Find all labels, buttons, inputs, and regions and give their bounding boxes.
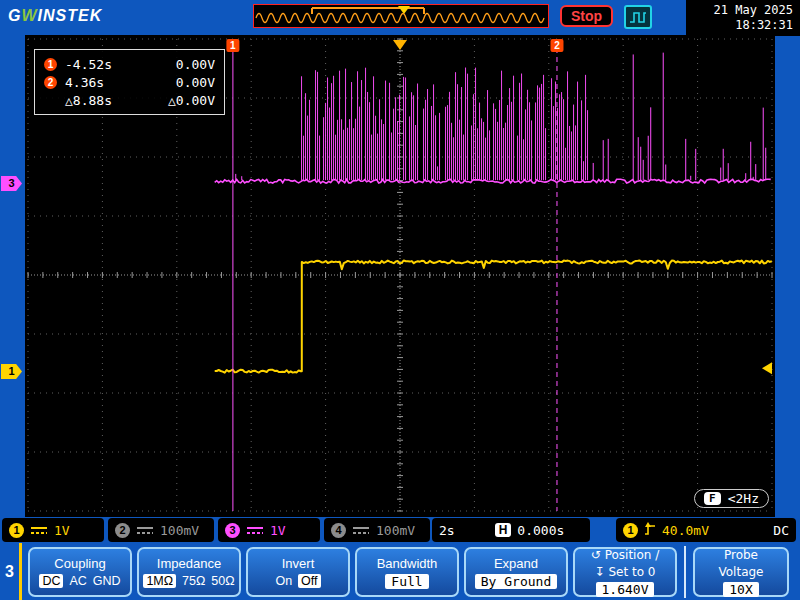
ch1-badge: 1 (9, 523, 24, 538)
soft-menu-bar: 3 Coupling DC AC GND Impedance 1MΩ 75Ω 5… (0, 543, 800, 600)
cursor2-readout-row: 2 4.36s 0.00V (44, 73, 215, 91)
ch3-scale: 1V (270, 523, 286, 538)
ch2-coupling-icon (136, 523, 154, 538)
menu-coupling-button[interactable]: Coupling DC AC GND (28, 547, 132, 597)
coupling-option-gnd: GND (93, 574, 121, 588)
invert-options: On Off (275, 574, 320, 588)
cursor1-time: -4.52s (65, 57, 151, 72)
menu-impedance-button[interactable]: Impedance 1MΩ 75Ω 50Ω (137, 547, 241, 597)
cursor-readout-panel: 1 -4.52s 0.00V 2 4.36s 0.00V △8.88s △0.0… (34, 49, 225, 115)
ch2-status: 2 100mV (108, 518, 214, 542)
ch4-coupling-icon (352, 523, 370, 538)
trigger-level: 40.0mV (662, 523, 709, 538)
delta-volt: △0.00V (151, 93, 215, 108)
trigger-type-badge (624, 5, 652, 29)
ch2-scale: 100mV (160, 523, 199, 538)
set-to-zero-icon: ↧ (595, 565, 605, 579)
brand-logo: GWINSTEK (8, 7, 102, 25)
cursor1-marker-icon: 1 (44, 58, 57, 71)
acquisition-preview (253, 4, 549, 28)
run-stop-status: Stop (560, 5, 613, 27)
menu-channel-page-label: 3 (0, 543, 22, 600)
svg-text:1: 1 (230, 40, 236, 51)
cursor-delta-row: △8.88s △0.00V (44, 91, 215, 109)
menu-divider (684, 546, 686, 598)
ch1-status: 1 1V (2, 518, 104, 542)
cursor1-volt: 0.00V (151, 57, 215, 72)
ch4-badge: 4 (331, 523, 346, 538)
logo-g: G (8, 7, 21, 24)
oscilloscope-screen: GWINSTEK Stop 21 May 2025 18:32:31 12 (0, 0, 800, 600)
menu-position-button[interactable]: ↺ Position / ↧ Set to 0 1.640V (573, 547, 677, 597)
impedance-title: Impedance (157, 556, 221, 571)
ch3-position-marker: 3 (1, 176, 22, 191)
ch1-position-marker: 1 (1, 364, 22, 379)
ch2-badge: 2 (115, 523, 130, 538)
logo-rest: INSTEK (38, 7, 103, 24)
coupling-options: DC AC GND (39, 574, 120, 588)
impedance-option-50: 50Ω (211, 574, 234, 588)
ch1-coupling-icon (30, 523, 48, 538)
cursor2-marker-icon: 2 (44, 76, 57, 89)
invert-option-off: Off (298, 574, 320, 588)
cursor1-readout-row: 1 -4.52s 0.00V (44, 55, 215, 73)
ch4-scale: 100mV (376, 523, 415, 538)
rising-edge-icon (644, 521, 656, 540)
menu-expand-button[interactable]: Expand By Ground (464, 547, 568, 597)
svg-text:2: 2 (554, 40, 560, 51)
menu-probe-voltage-button[interactable]: Probe Voltage 10X (693, 547, 789, 597)
ch3-coupling-icon (246, 523, 264, 538)
invert-title: Invert (282, 556, 315, 571)
cursor2-volt: 0.00V (151, 75, 215, 90)
expand-value: By Ground (475, 574, 557, 589)
datetime-display: 21 May 2025 18:32:31 (686, 0, 800, 36)
coupling-option-dc: DC (39, 574, 63, 588)
position-line2: ↧ Set to 0 (595, 565, 656, 579)
rotate-knob-icon: ↺ (591, 548, 601, 562)
frequency-readout: F <2Hz (694, 489, 769, 508)
ch3-status: 3 1V (218, 518, 320, 542)
timebase-status: 2s H 0.000s (432, 518, 590, 542)
ch3-badge: 3 (225, 523, 240, 538)
trigger-source-badge: 1 (623, 523, 638, 538)
preview-waveform-icon (254, 5, 548, 27)
menu-invert-button[interactable]: Invert On Off (246, 547, 350, 597)
invert-option-on: On (275, 574, 292, 588)
date-text: 21 May 2025 (693, 3, 793, 18)
probe-value: 10X (723, 582, 758, 597)
top-bar: GWINSTEK Stop 21 May 2025 18:32:31 (0, 0, 800, 34)
expand-title: Expand (494, 556, 538, 571)
waveform-display: 12 1 -4.52s 0.00V 2 4.36s 0.00V △8.88s △… (25, 35, 775, 517)
delta-time: △8.88s (65, 93, 151, 108)
bandwidth-title: Bandwidth (377, 556, 438, 571)
frequency-value: <2Hz (728, 491, 759, 506)
impedance-option-1m: 1MΩ (143, 574, 176, 588)
impedance-options: 1MΩ 75Ω 50Ω (143, 574, 234, 588)
trigger-coupling: DC (773, 523, 789, 538)
cursor2-time: 4.36s (65, 75, 151, 90)
frequency-badge-icon: F (704, 492, 721, 505)
position-value: 1.640V (596, 582, 655, 597)
trigger-status: 1 40.0mV DC (616, 518, 796, 542)
time-text: 18:32:31 (693, 18, 793, 33)
pulse-wave-icon (628, 9, 648, 25)
logo-w: W (21, 7, 37, 24)
coupling-option-ac: AC (69, 574, 86, 588)
probe-title-line1: Probe (724, 548, 758, 562)
coupling-title: Coupling (54, 556, 105, 571)
probe-title-line2: Voltage (718, 565, 763, 579)
ch1-scale: 1V (54, 523, 70, 538)
position-line1: ↺ Position / (591, 548, 659, 562)
bandwidth-value: Full (385, 574, 428, 589)
impedance-option-75: 75Ω (182, 574, 205, 588)
horizontal-position-value: 0.000s (517, 523, 564, 538)
timebase-value: 2s (439, 523, 455, 538)
horizontal-position-icon: H (495, 523, 512, 537)
ch4-status: 4 100mV (324, 518, 430, 542)
status-bar: 1 1V 2 100mV 3 1V 4 100mV 2s H 0.000s 1 … (0, 517, 800, 543)
menu-bandwidth-button[interactable]: Bandwidth Full (355, 547, 459, 597)
menu-buttons: Coupling DC AC GND Impedance 1MΩ 75Ω 50Ω… (28, 546, 789, 598)
